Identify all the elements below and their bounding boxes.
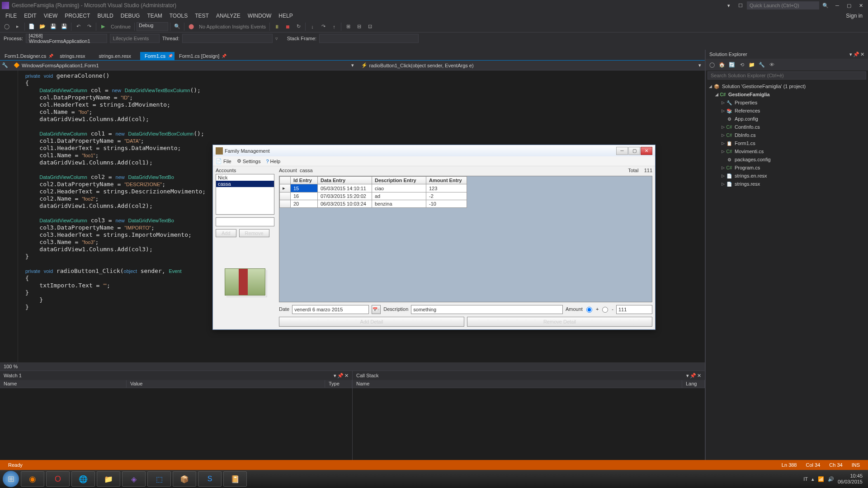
minimize-button[interactable]: ─	[832, 1, 843, 9]
menu-view[interactable]: VIEW	[40, 12, 61, 20]
add-detail-button[interactable]: Add Detail	[279, 317, 464, 327]
list-item[interactable]: Nick	[216, 174, 274, 181]
menu-team[interactable]: TEAM	[143, 12, 165, 20]
taskbar-firefox[interactable]: ◉	[21, 471, 44, 487]
save-icon[interactable]: 💾	[48, 22, 58, 32]
solution-search-input[interactable]	[708, 71, 866, 80]
dialog-minimize-button[interactable]: ─	[616, 147, 628, 155]
panel-close-icon[interactable]: ✕	[697, 373, 701, 379]
save-all-icon[interactable]: 💾	[59, 22, 69, 32]
menu-file[interactable]: FILE	[2, 12, 20, 20]
menu-build[interactable]: BUILD	[94, 12, 117, 20]
insights-label[interactable]: No Application Insights Events	[197, 24, 268, 29]
tray-clock[interactable]: 10:45 06/03/2015	[838, 473, 863, 485]
entries-grid[interactable]: Id Entry Data Entry Description Entry Am…	[279, 176, 652, 302]
tree-program[interactable]: ▷C#Program.cs	[708, 164, 866, 172]
tray-expand-icon[interactable]: ▴	[811, 476, 814, 482]
pin-icon[interactable]: 📌	[222, 54, 226, 58]
panel-pin-icon[interactable]: 📌	[690, 373, 696, 379]
menu-project[interactable]: PROJECT	[61, 12, 94, 20]
notification-icon[interactable]: ▾	[723, 1, 734, 9]
stop-icon[interactable]: ⏹	[283, 22, 292, 32]
close-icon[interactable]: ✕	[169, 54, 173, 58]
grid-header-desc[interactable]: Description Entry	[372, 177, 426, 184]
sign-in-link[interactable]: Sign in	[846, 13, 866, 19]
step-over-icon[interactable]: ↷	[318, 22, 328, 32]
process-dropdown[interactable]: [4268] WindowsFormsApplication1	[26, 34, 107, 43]
tree-form1[interactable]: ▷📋Form1.cs	[708, 139, 866, 147]
continue-label[interactable]: Continue	[109, 24, 132, 29]
watch-body[interactable]	[0, 388, 352, 461]
table-row[interactable]: 20 06/03/2015 10:03:24 benzina -10	[280, 200, 467, 208]
radio-plus[interactable]	[586, 307, 592, 313]
undo-icon[interactable]: ↶	[73, 22, 83, 32]
tab-strings-resx[interactable]: strings.resx	[55, 52, 94, 60]
description-input[interactable]: something	[411, 305, 563, 314]
panel-pin-icon[interactable]: 📌	[853, 52, 859, 57]
toolbar-btn-3[interactable]: ⊡	[365, 22, 375, 32]
config-dropdown[interactable]: Debug	[137, 22, 168, 31]
new-file-icon[interactable]: 📄	[27, 22, 37, 32]
taskbar-app1[interactable]: ⬚	[147, 471, 171, 487]
continue-icon[interactable]: ▶	[98, 22, 108, 32]
project-node[interactable]: ◢C#GestioneFamiglia	[708, 90, 866, 99]
nav-back-icon[interactable]: ◯	[2, 22, 12, 32]
sol-sync-icon[interactable]: ⟲	[737, 60, 746, 69]
nav-project-dropdown[interactable]: 🔧GestioneFamiglia	[0, 62, 10, 68]
grid-header-amount[interactable]: Amount Entry	[426, 177, 467, 184]
menu-help[interactable]: HELP	[275, 12, 296, 20]
thread-dropdown[interactable]	[182, 34, 273, 43]
toolbar-btn-2[interactable]: ⊟	[354, 22, 364, 32]
dialog-menu-settings[interactable]: ⚙Settings	[237, 158, 261, 164]
table-row[interactable]: ▸ 15 05/03/2015 14:10:11 ciao 123	[280, 184, 467, 192]
callstack-body[interactable]	[353, 388, 705, 461]
solution-root[interactable]: ◢📦Solution 'GestioneFamiglia' (1 project…	[708, 82, 866, 90]
menu-analyze[interactable]: ANALYZE	[212, 12, 244, 20]
tab-designer[interactable]: Form1.Designer.cs📌	[0, 52, 55, 60]
step-into-icon[interactable]: ↓	[307, 22, 317, 32]
taskbar-visualstudio[interactable]: ◈	[122, 471, 146, 487]
dialog-menu-help[interactable]: ?Help	[266, 159, 280, 164]
panel-dropdown-icon[interactable]: ▾	[849, 52, 852, 57]
zoom-indicator[interactable]: 100 %	[0, 362, 705, 371]
watch-col-value[interactable]: Value	[127, 380, 325, 388]
panel-dropdown-icon[interactable]: ▾	[686, 373, 689, 379]
radio-minus[interactable]	[602, 307, 608, 313]
tab-form1-cs[interactable]: Form1.cs 📌 ✕	[140, 52, 175, 60]
tree-continfo[interactable]: ▷C#ContInfo.cs	[708, 123, 866, 131]
tree-strings[interactable]: ▷📄strings.resx	[708, 180, 866, 188]
restart-icon[interactable]: ↻	[293, 22, 303, 32]
sol-back-icon[interactable]: ◯	[708, 60, 717, 69]
watch-col-type[interactable]: Type	[325, 380, 352, 388]
date-dropdown-button[interactable]: 📅▾	[372, 305, 381, 314]
thread-filter-icon[interactable]: ▿	[275, 36, 284, 42]
search-icon[interactable]: 🔍	[820, 1, 831, 9]
panel-pin-icon[interactable]: 📌	[337, 373, 344, 379]
toolbar-btn-1[interactable]: ⊞	[343, 22, 353, 32]
panel-close-icon[interactable]: ✕	[860, 52, 864, 57]
tree-references[interactable]: ▷📚References	[708, 107, 866, 115]
taskbar-app2[interactable]: 📔	[223, 471, 247, 487]
taskbar-skype[interactable]: S	[198, 471, 222, 487]
redo-icon[interactable]: ↷	[84, 22, 94, 32]
dialog-menu-file[interactable]: 📄File	[216, 158, 231, 164]
menu-debug[interactable]: DEBUG	[117, 12, 144, 20]
sol-preview-icon[interactable]: 👁	[767, 60, 776, 69]
tab-strings-en-resx[interactable]: strings.en.resx	[94, 52, 141, 60]
pause-icon[interactable]: ⏸	[272, 22, 282, 32]
menu-window[interactable]: WINDOW	[244, 12, 275, 20]
dialog-close-button[interactable]: ✕	[641, 147, 652, 155]
remove-detail-button[interactable]: Remove Detail	[467, 317, 652, 327]
table-row[interactable]: 16 07/03/2015 15:20:02 ad -2	[280, 192, 467, 200]
nav-method-dropdown[interactable]: ⚡ radioButton1_Click(object sender, Even…	[358, 62, 705, 68]
tree-dbinfo[interactable]: ▷C#DbInfo.cs	[708, 131, 866, 139]
panel-dropdown-icon[interactable]: ▾	[334, 373, 336, 379]
sol-home-icon[interactable]: 🏠	[717, 60, 726, 69]
taskbar-explorer[interactable]: 📁	[97, 471, 120, 487]
menu-tools[interactable]: TOOLS	[166, 12, 191, 20]
watch-col-name[interactable]: Name	[0, 380, 127, 388]
menu-test[interactable]: TEST	[191, 12, 212, 20]
step-out-icon[interactable]: ↑	[329, 22, 339, 32]
tray-lang[interactable]: IT	[803, 476, 808, 482]
maximize-button[interactable]: ▢	[844, 1, 854, 9]
